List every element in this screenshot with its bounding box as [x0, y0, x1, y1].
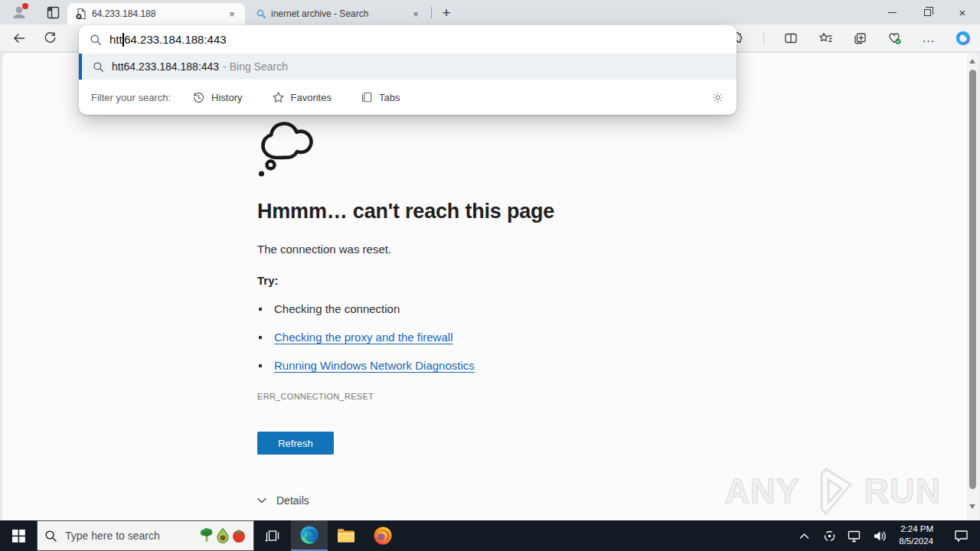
toolbar-right-icons: ...	[729, 24, 971, 52]
suggestion-link-text[interactable]: Checking the proxy and the firewall	[274, 331, 452, 344]
window-controls: ×	[874, 0, 980, 24]
favorites-button[interactable]	[818, 31, 833, 46]
split-screen-button[interactable]	[783, 31, 799, 46]
windows-taskbar: Type here to search	[0, 520, 980, 551]
taskbar-firefox-button[interactable]	[364, 520, 401, 551]
address-bar-dropdown: htt64.233.184.188:443 htt64.233.184.188:…	[79, 25, 737, 115]
filter-favorites-label: Favorites	[291, 92, 332, 103]
search-icon	[90, 34, 102, 46]
document-error-favicon	[75, 8, 87, 20]
suggestion-check-proxy-link[interactable]: Checking the proxy and the firewall	[257, 331, 793, 344]
tab-title: 64.233.184.188	[92, 8, 220, 19]
chevron-up-icon	[799, 533, 809, 540]
suggestion-query: htt64.233.184.188:443	[112, 60, 219, 73]
back-arrow-icon	[12, 31, 26, 45]
collections-icon	[853, 31, 867, 45]
bing-search-favicon	[256, 8, 266, 19]
suggestion-link-text[interactable]: Running Windows Network Diagnostics	[274, 359, 475, 372]
taskbar-edge-button[interactable]	[291, 520, 328, 551]
try-label: Try:	[257, 274, 793, 287]
task-view-button[interactable]	[254, 520, 291, 551]
tab-divider	[431, 7, 432, 18]
copilot-button[interactable]	[956, 31, 971, 46]
edge-logo-icon	[299, 525, 319, 545]
search-highlights	[199, 527, 247, 544]
tab-actions-icon	[47, 6, 60, 19]
notification-dot	[22, 3, 28, 9]
search-filter-row: Filter your search: History Favorites Ta…	[79, 80, 737, 115]
suggestion-network-diagnostics-link[interactable]: Running Windows Network Diagnostics	[257, 359, 793, 372]
minimize-icon	[888, 12, 897, 13]
taskbar-file-explorer-button[interactable]	[328, 520, 364, 551]
scroll-down-arrow[interactable]	[969, 504, 975, 509]
tabs-icon	[361, 91, 373, 103]
scroll-up-arrow[interactable]	[969, 59, 975, 64]
back-button[interactable]	[8, 27, 31, 50]
start-button[interactable]	[0, 520, 37, 551]
tab-title: inernet archive - Search	[271, 8, 404, 19]
search-settings-button[interactable]	[711, 91, 724, 104]
details-label: Details	[276, 494, 309, 507]
firefox-logo-icon	[373, 526, 393, 546]
browser-viewport: Hmmm… can't reach this page The connecti…	[0, 52, 980, 520]
refresh-button[interactable]: Refresh	[257, 432, 334, 455]
address-input[interactable]: htt64.233.184.188:443	[79, 25, 737, 54]
minimize-button[interactable]	[874, 0, 910, 24]
error-message: The connection was reset.	[257, 243, 793, 256]
tray-volume-button[interactable]	[871, 520, 889, 551]
ethernet-network-icon	[848, 530, 862, 543]
taskbar-search-box[interactable]: Type here to search	[37, 520, 254, 551]
tray-clock[interactable]: 2:24 PM 8/5/2024	[896, 523, 939, 547]
profile-avatar[interactable]	[8, 2, 31, 22]
tab-actions-menu-button[interactable]	[41, 2, 64, 22]
error-page: Hmmm… can't reach this page The connecti…	[2, 52, 978, 520]
suggestion-text: Checking the connection	[274, 302, 400, 315]
address-text: htt64.233.184.188:443	[109, 33, 227, 47]
search-suggestion-row[interactable]: htt64.233.184.188:443 - Bing Search	[79, 54, 737, 80]
speaker-icon	[873, 530, 887, 543]
new-tab-button[interactable]: +	[436, 4, 456, 22]
error-code: ERR_CONNECTION_RESET	[257, 392, 793, 401]
star-icon	[272, 91, 285, 104]
details-toggle[interactable]: Details	[257, 494, 793, 507]
tab-search[interactable]: inernet archive - Search ×	[248, 3, 429, 24]
anyrun-play-logo-icon	[803, 466, 861, 517]
tab-close-button[interactable]: ×	[225, 7, 239, 21]
browser-titlebar: 64.233.184.188 × inernet archive - Searc…	[0, 0, 980, 24]
browser-essentials-button[interactable]	[887, 31, 902, 46]
filter-history-button[interactable]: History	[192, 91, 242, 104]
page-scrollbar[interactable]	[967, 53, 978, 520]
settings-and-more-button[interactable]: ...	[921, 31, 936, 46]
split-screen-icon	[784, 31, 798, 45]
action-center-button[interactable]	[946, 520, 975, 551]
restore-button[interactable]	[910, 0, 945, 24]
close-button[interactable]: ×	[945, 0, 980, 24]
clock-date: 8/5/2024	[899, 536, 933, 548]
clock-time: 2:24 PM	[899, 523, 933, 536]
tray-expand-button[interactable]	[795, 520, 813, 551]
ellipsis-icon: ...	[923, 31, 935, 45]
folder-icon	[336, 526, 356, 546]
collections-button[interactable]	[852, 31, 867, 46]
suggestion-annotation: - Bing Search	[223, 60, 288, 73]
error-content: Hmmm… can't reach this page The connecti…	[257, 119, 793, 507]
tray-network-button[interactable]	[845, 520, 864, 551]
bullet-icon	[259, 364, 262, 367]
refresh-nav-button[interactable]	[38, 27, 61, 50]
tray-sync-button[interactable]	[820, 520, 838, 551]
chevron-down-icon	[257, 497, 266, 504]
gear-icon	[711, 91, 724, 104]
bullet-icon	[259, 336, 262, 339]
filter-tabs-button[interactable]: Tabs	[361, 91, 400, 103]
suggestion-check-connection: Checking the connection	[257, 302, 793, 315]
broccoli-icon	[199, 527, 214, 544]
tab-error-page[interactable]: 64.233.184.188 ×	[67, 3, 245, 24]
scrollbar-thumb[interactable]	[969, 70, 976, 489]
circle-dot-icon	[823, 530, 836, 543]
filter-favorites-button[interactable]: Favorites	[272, 91, 332, 104]
restore-icon	[924, 9, 931, 16]
star-list-icon	[818, 31, 833, 45]
history-clock-icon	[192, 91, 205, 104]
tab-close-button[interactable]: ×	[409, 7, 423, 21]
search-placeholder: Type here to search	[65, 530, 199, 542]
